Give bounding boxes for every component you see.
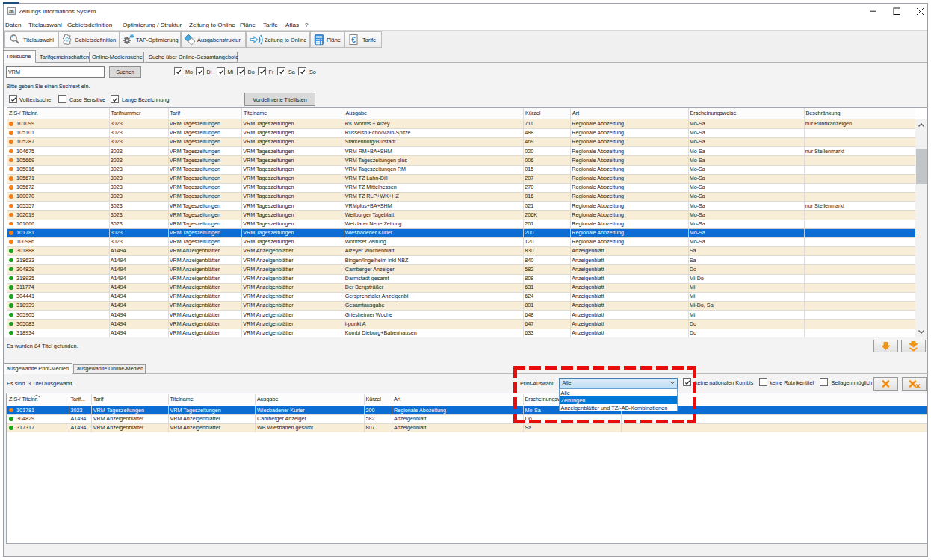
svg-text:€: € — [351, 36, 356, 44]
